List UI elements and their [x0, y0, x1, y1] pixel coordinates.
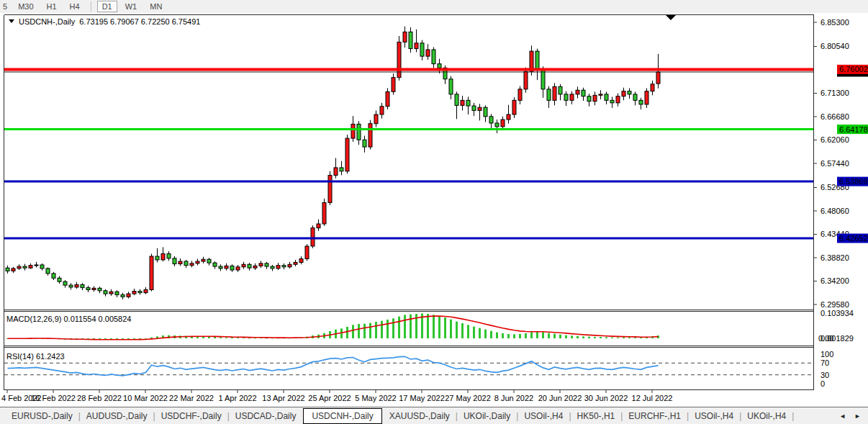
candle-up — [311, 228, 315, 246]
candle-down — [155, 256, 159, 260]
tab-usoil-h4-1[interactable]: USOil-,H4 — [520, 410, 566, 423]
macd-histogram-bar — [496, 333, 498, 338]
macd-histogram-bar — [548, 333, 550, 338]
candle-down — [639, 100, 643, 104]
candle-down — [6, 268, 9, 271]
macd-histogram-bar — [640, 338, 642, 338]
tab-hk50[interactable]: HK50-,H1 — [574, 410, 619, 423]
timeframe-h1-button[interactable]: H1 — [42, 1, 62, 12]
candle-down — [207, 259, 211, 263]
macd-histogram-bar — [248, 338, 250, 338]
tab-ukoil-daily[interactable]: UKOil-,Daily — [460, 410, 514, 423]
candle-down — [138, 292, 142, 293]
candle-down — [248, 264, 251, 268]
candle-down — [115, 292, 119, 294]
macd-histogram-bar — [594, 337, 596, 338]
timeframe-d1-button[interactable]: D1 — [97, 1, 117, 12]
candle-down — [582, 90, 585, 96]
macd-histogram-bar — [507, 334, 510, 338]
candle-up — [478, 107, 482, 110]
candle-up — [656, 72, 660, 84]
timeframe-h4-button[interactable]: H4 — [65, 1, 85, 12]
tab-scroll-arrows: ◄ ► — [839, 412, 861, 420]
tab-usoil-h4-2[interactable]: USOil-,H4 — [691, 410, 737, 423]
candle-down — [40, 265, 44, 269]
tab-eurchf[interactable]: EURCHF-,H1 — [625, 410, 684, 423]
candle-up — [92, 288, 96, 289]
candle-up — [253, 266, 257, 268]
timeframe-m30-button[interactable]: M30 — [13, 1, 38, 12]
timeframe-mn-button[interactable]: MN — [145, 1, 167, 12]
macd-histogram-bar — [473, 327, 475, 338]
candle-up — [576, 90, 579, 94]
candle-down — [547, 89, 551, 100]
tab-scroll-right-icon[interactable]: ► — [854, 412, 861, 420]
macd-histogram-bar — [588, 337, 590, 338]
price-axis-label: 6.38820 — [820, 253, 849, 262]
candle-up — [403, 32, 407, 42]
price-axis-label: 6.29580 — [820, 300, 849, 309]
tab-separator: | — [153, 411, 155, 421]
macd-histogram-bar — [404, 315, 406, 338]
macd-histogram-bar — [237, 338, 239, 338]
macd-histogram-bar — [536, 332, 538, 338]
candle-down — [449, 79, 453, 94]
macd-histogram-bar — [220, 337, 222, 338]
candle-down — [69, 285, 73, 287]
tab-usdchf[interactable]: USDCHF-,Daily — [158, 410, 225, 423]
macd-histogram-bar — [363, 324, 366, 338]
macd-histogram-bar — [559, 335, 561, 338]
candle-up — [161, 253, 165, 259]
date-label: 25 Apr 2022 — [308, 394, 351, 402]
candle-up — [127, 294, 130, 297]
macd-histogram-bar — [392, 318, 394, 338]
candle-up — [374, 114, 378, 124]
macd-histogram-bar — [479, 328, 481, 338]
timeframe-m5-button[interactable]: 5 — [0, 1, 10, 12]
candle-up — [369, 124, 372, 147]
tab-ukoil-h4[interactable]: UKOil-,H4 — [743, 410, 790, 423]
candle-down — [489, 117, 493, 123]
tab-usdcad[interactable]: USDCAD-,Daily — [232, 410, 300, 423]
candle-up — [150, 256, 153, 289]
rsi-axis-label: 30 — [820, 371, 829, 379]
macd-histogram-bar — [582, 336, 584, 338]
candle-up — [345, 138, 349, 171]
tab-usdcnh-active[interactable]: USDCNH-,Daily — [303, 408, 381, 424]
macd-histogram-bar — [461, 323, 464, 338]
chart-title: USDCNH-,Daily6.73195 6.79067 6.72250 6.7… — [19, 17, 200, 26]
macd-histogram-bar — [398, 317, 400, 338]
candle-down — [605, 94, 608, 100]
macd-histogram-bar — [150, 338, 153, 338]
macd-histogram-bar — [375, 322, 377, 338]
tab-separator: | — [227, 411, 230, 421]
rsi-label: RSI(14) 61.2423 — [6, 352, 65, 361]
date-label: 13 Apr 2022 — [262, 394, 304, 402]
candle-up — [553, 86, 556, 100]
tab-separator: | — [569, 411, 571, 421]
candle-up — [242, 264, 245, 267]
candle-up — [386, 91, 389, 106]
date-label: 30 Jun 2022 — [584, 394, 628, 402]
tab-xauusd[interactable]: XAUUSD-,Daily — [386, 410, 453, 423]
tab-eurusd[interactable]: EURUSD-,Daily — [8, 410, 76, 423]
candle-up — [651, 84, 654, 91]
candle-up — [317, 224, 320, 228]
candle-down — [46, 269, 50, 274]
timeframe-w1-button[interactable]: W1 — [120, 1, 143, 12]
candle-down — [472, 106, 476, 110]
date-label: 5 May 2022 — [355, 394, 396, 402]
candle-up — [288, 264, 291, 267]
candle-up — [12, 269, 15, 271]
price-axis-label: 6.57440 — [820, 159, 849, 168]
macd-histogram-bar — [542, 332, 544, 338]
tab-audusd[interactable]: AUDUSD-,Daily — [83, 410, 151, 423]
candle-up — [75, 284, 78, 287]
tab-separator: | — [78, 411, 81, 421]
candle-down — [409, 32, 412, 48]
macd-histogram-bar — [490, 331, 492, 338]
candle-down — [58, 278, 61, 281]
candle-down — [610, 100, 614, 103]
candle-down — [219, 266, 222, 269]
tab-scroll-left-icon[interactable]: ◄ — [839, 412, 846, 420]
